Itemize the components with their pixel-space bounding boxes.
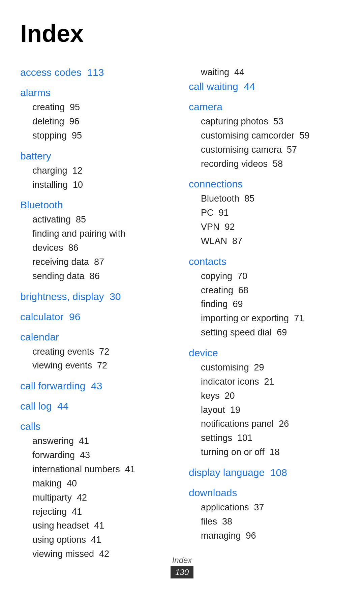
index-section: display language 108 — [189, 466, 344, 480]
section-header: calls — [20, 419, 175, 434]
index-section: call forwarding 43 — [20, 379, 175, 393]
index-section: downloadsapplications 37files 38managing… — [189, 486, 344, 543]
section-item: using options 41 — [20, 533, 175, 547]
section-header: connections — [189, 177, 344, 191]
section-item: creating 68 — [189, 283, 344, 298]
section-item: creating 95 — [20, 100, 175, 115]
section-item: setting speed dial 69 — [189, 326, 344, 340]
section-header: camera — [189, 100, 344, 114]
section-item: recording videos 58 — [189, 157, 344, 171]
section-header: calculator 96 — [20, 310, 175, 324]
section-item: multiparty 42 — [20, 491, 175, 505]
section-item: international numbers 41 — [20, 462, 175, 477]
footer-page-number: 130 — [171, 566, 193, 578]
section-item: activating 85 — [20, 213, 175, 227]
index-section: call waiting 44 — [189, 80, 344, 94]
index-section: cameracapturing photos 53customising cam… — [189, 100, 344, 171]
section-header: battery — [20, 149, 175, 163]
index-section: calendarcreating events 72viewing events… — [20, 330, 175, 373]
index-section: contactscopying 70creating 68finding 69i… — [189, 255, 344, 340]
section-item: customising camcorder 59 — [189, 129, 344, 143]
left-column: access codes 113alarmscreating 95deletin… — [20, 65, 175, 567]
section-item: Bluetooth 85 — [189, 192, 344, 206]
section-item: installing 10 — [20, 178, 175, 192]
section-header: call waiting 44 — [189, 80, 344, 94]
section-item: finding and pairing with — [20, 227, 175, 241]
index-section: brightness, display 30 — [20, 290, 175, 304]
section-item: keys 20 — [189, 389, 344, 403]
section-item: creating events 72 — [20, 345, 175, 359]
section-item: waiting 44 — [189, 65, 344, 80]
index-section: alarmscreating 95deleting 96stopping 95 — [20, 86, 175, 143]
section-item: customising camera 57 — [189, 143, 344, 157]
section-item: layout 19 — [189, 403, 344, 417]
section-item: turning on or off 18 — [189, 445, 344, 459]
index-section: callsanswering 41forwarding 43internatio… — [20, 419, 175, 561]
section-header: contacts — [189, 255, 344, 269]
section-item: copying 70 — [189, 269, 344, 283]
section-item: forwarding 43 — [20, 448, 175, 462]
section-header: call log 44 — [20, 399, 175, 413]
section-item: answering 41 — [20, 434, 175, 448]
index-section: devicecustomising 29indicator icons 21ke… — [189, 346, 344, 459]
footer: Index 130 — [0, 556, 364, 578]
section-item: sending data 86 — [20, 269, 175, 283]
section-header: display language 108 — [189, 466, 344, 480]
page-title: Index — [20, 20, 344, 47]
section-item: charging 12 — [20, 164, 175, 178]
section-header: device — [189, 346, 344, 360]
section-header: Bluetooth — [20, 198, 175, 212]
section-item: capturing photos 53 — [189, 115, 344, 129]
section-item: using headset 41 — [20, 519, 175, 533]
index-section: batterycharging 12installing 10 — [20, 149, 175, 192]
section-item: viewing events 72 — [20, 359, 175, 373]
index-section: calculator 96 — [20, 310, 175, 324]
section-item: finding 69 — [189, 297, 344, 311]
section-item: VPN 92 — [189, 220, 344, 234]
section-item: making 40 — [20, 477, 175, 491]
section-header: calendar — [20, 330, 175, 344]
right-column: waiting 44call waiting 44cameracapturing… — [189, 65, 344, 567]
section-item: receiving data 87 — [20, 255, 175, 269]
index-section: Bluetoothactivating 85finding and pairin… — [20, 198, 175, 283]
section-item: settings 101 — [189, 431, 344, 445]
section-item: devices 86 — [20, 241, 175, 255]
section-header: brightness, display 30 — [20, 290, 175, 304]
section-header: downloads — [189, 486, 344, 500]
section-item: indicator icons 21 — [189, 375, 344, 389]
section-header: access codes 113 — [20, 65, 175, 80]
index-section: connectionsBluetooth 85PC 91VPN 92WLAN 8… — [189, 177, 344, 248]
section-item: deleting 96 — [20, 115, 175, 129]
footer-label: Index — [0, 556, 364, 565]
section-header: alarms — [20, 86, 175, 100]
section-item: WLAN 87 — [189, 234, 344, 248]
section-item: importing or exporting 71 — [189, 311, 344, 326]
section-item: applications 37 — [189, 501, 344, 515]
section-item: customising 29 — [189, 361, 344, 375]
index-section: access codes 113 — [20, 65, 175, 80]
section-item: notifications panel 26 — [189, 417, 344, 431]
section-header: call forwarding 43 — [20, 379, 175, 393]
section-item: stopping 95 — [20, 129, 175, 143]
section-item: PC 91 — [189, 206, 344, 220]
section-item: files 38 — [189, 515, 344, 529]
content-columns: access codes 113alarmscreating 95deletin… — [20, 65, 344, 567]
section-item: rejecting 41 — [20, 505, 175, 519]
index-section: call log 44 — [20, 399, 175, 413]
section-item: managing 96 — [189, 529, 344, 543]
